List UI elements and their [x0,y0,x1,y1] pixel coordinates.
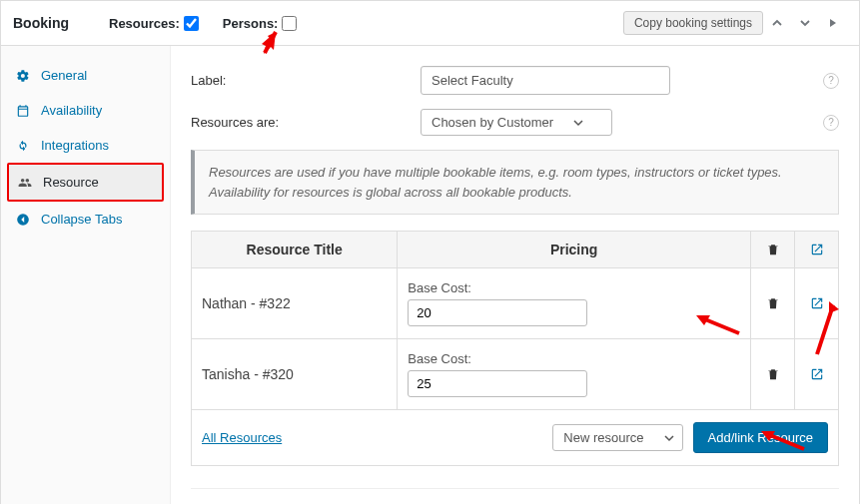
sidebar-item-label: Integrations [41,138,109,153]
new-resource-select[interactable]: New resource [552,424,682,451]
add-link-resource-button[interactable]: Add/link Resource [693,422,829,453]
trash-icon [755,243,790,256]
col-header-link [795,232,839,268]
label-field-label: Label: [191,73,421,88]
base-cost-input[interactable] [408,370,587,397]
info-box: Resources are used if you have multiple … [191,150,839,215]
persons-toggle-label[interactable]: Persons: [223,16,298,31]
col-header-delete [751,232,795,268]
people-icon [17,176,33,190]
resource-title-cell: Tanisha - #320 [192,339,398,410]
delete-row-button[interactable] [755,367,790,381]
new-resource-value: New resource [563,430,643,445]
open-resource-button[interactable] [799,367,834,381]
resources-toggle-label[interactable]: Resources: [109,16,199,31]
resource-title-cell: Nathan - #322 [192,268,398,339]
resources-table: Resource Title Pricing [191,231,839,410]
refresh-icon [15,139,31,153]
sidebar-item-general[interactable]: General [1,58,170,93]
pricing-cell: Base Cost: [398,268,751,339]
sidebar-item-label: Resource [43,175,99,190]
sidebar-item-label: Availability [41,103,102,118]
col-header-title: Resource Title [192,232,398,268]
sidebar-item-integrations[interactable]: Integrations [1,128,170,163]
panel-menu-button[interactable] [819,9,847,37]
pricing-cell: Base Cost: [398,339,751,410]
gear-icon [15,69,31,83]
help-icon[interactable]: ? [823,115,839,131]
panel-title: Booking [13,15,69,31]
chevron-down-icon [664,433,674,443]
delete-row-button[interactable] [755,296,790,310]
sidebar-item-label: Collapse Tabs [41,212,122,227]
help-icon[interactable]: ? [823,73,839,89]
collapse-up-button[interactable] [763,9,791,37]
arrow-left-icon [15,213,31,227]
calendar-icon [15,104,31,118]
resources-are-label: Resources are: [191,115,421,130]
resources-are-value: Chosen by Customer [431,115,553,130]
label-input[interactable] [421,66,670,95]
sidebar: General Availability Integrations [1,46,171,504]
sidebar-item-availability[interactable]: Availability [1,93,170,128]
external-link-icon [799,243,834,256]
base-cost-label: Base Cost: [408,351,740,366]
open-resource-button[interactable] [799,296,834,310]
copy-booking-settings-button[interactable]: Copy booking settings [623,11,763,35]
resources-checkbox[interactable] [184,16,199,31]
expand-down-button[interactable] [791,9,819,37]
persons-label: Persons: [223,16,279,31]
table-row: Tanisha - #320 Base Cost: [192,339,839,410]
persons-checkbox[interactable] [282,16,297,31]
col-header-pricing: Pricing [398,232,751,268]
resources-label: Resources: [109,16,180,31]
sidebar-item-collapse-tabs[interactable]: Collapse Tabs [1,202,170,237]
all-resources-link[interactable]: All Resources [202,430,282,445]
sidebar-item-label: General [41,68,87,83]
chevron-down-icon [573,118,583,128]
svg-marker-0 [830,19,836,27]
table-row: Nathan - #322 Base Cost: [192,268,839,339]
sidebar-item-resource[interactable]: Resource [9,165,162,200]
base-cost-input[interactable] [408,299,587,326]
resources-are-select[interactable]: Chosen by Customer [421,109,612,136]
base-cost-label: Base Cost: [408,280,740,295]
